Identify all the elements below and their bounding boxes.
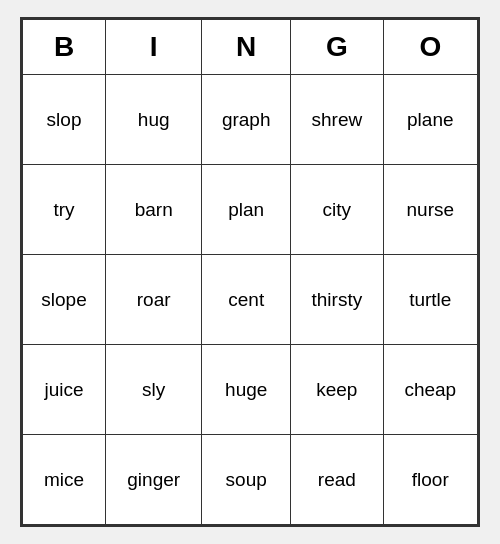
table-cell: soup: [202, 435, 291, 525]
table-cell: cent: [202, 255, 291, 345]
table-cell: mice: [23, 435, 106, 525]
col-header-i: I: [106, 20, 202, 75]
table-cell: nurse: [383, 165, 477, 255]
bingo-card: B I N G O slophuggraphshrewplanetrybarnp…: [20, 17, 480, 527]
table-cell: sly: [106, 345, 202, 435]
table-row: slophuggraphshrewplane: [23, 75, 478, 165]
table-cell: hug: [106, 75, 202, 165]
bingo-body: slophuggraphshrewplanetrybarnplancitynur…: [23, 75, 478, 525]
table-cell: plane: [383, 75, 477, 165]
table-cell: slope: [23, 255, 106, 345]
table-cell: turtle: [383, 255, 477, 345]
table-row: juiceslyhugekeepcheap: [23, 345, 478, 435]
table-cell: ginger: [106, 435, 202, 525]
header-row: B I N G O: [23, 20, 478, 75]
table-cell: plan: [202, 165, 291, 255]
table-cell: floor: [383, 435, 477, 525]
col-header-g: G: [291, 20, 383, 75]
col-header-b: B: [23, 20, 106, 75]
table-cell: try: [23, 165, 106, 255]
table-cell: juice: [23, 345, 106, 435]
table-row: trybarnplancitynurse: [23, 165, 478, 255]
bingo-table: B I N G O slophuggraphshrewplanetrybarnp…: [22, 19, 478, 525]
table-cell: shrew: [291, 75, 383, 165]
col-header-o: O: [383, 20, 477, 75]
table-cell: city: [291, 165, 383, 255]
table-cell: keep: [291, 345, 383, 435]
table-cell: slop: [23, 75, 106, 165]
table-row: micegingersoupreadfloor: [23, 435, 478, 525]
col-header-n: N: [202, 20, 291, 75]
table-cell: roar: [106, 255, 202, 345]
table-cell: cheap: [383, 345, 477, 435]
table-cell: barn: [106, 165, 202, 255]
table-row: sloperoarcentthirstyturtle: [23, 255, 478, 345]
table-cell: graph: [202, 75, 291, 165]
table-cell: huge: [202, 345, 291, 435]
table-cell: read: [291, 435, 383, 525]
table-cell: thirsty: [291, 255, 383, 345]
